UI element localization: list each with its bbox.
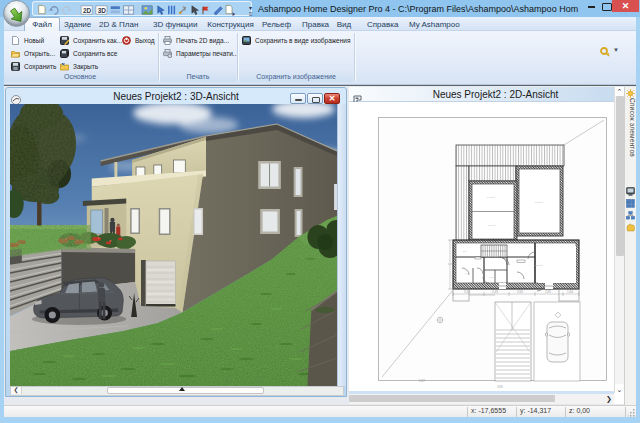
svg-text:3,85: 3,85 [497,385,503,389]
svg-text:2,60: 2,60 [517,290,523,294]
svg-text:9,87: 9,87 [419,379,425,383]
svg-text:2,49: 2,49 [492,290,498,294]
svg-text:1,64: 1,64 [567,290,573,294]
svg-text:9,2 m²: 9,2 m² [489,276,496,279]
svg-text:2D: 2D [83,7,92,14]
svg-text:18,3 m²: 18,3 m² [535,201,543,204]
svg-text:14,8 m²: 14,8 m² [487,196,495,199]
svg-text:13,1 m²: 13,1 m² [488,224,496,227]
svg-text:3D: 3D [98,7,107,14]
svg-text:25,2 m²: 25,2 m² [535,264,543,267]
svg-text:2,85: 2,85 [545,290,551,294]
